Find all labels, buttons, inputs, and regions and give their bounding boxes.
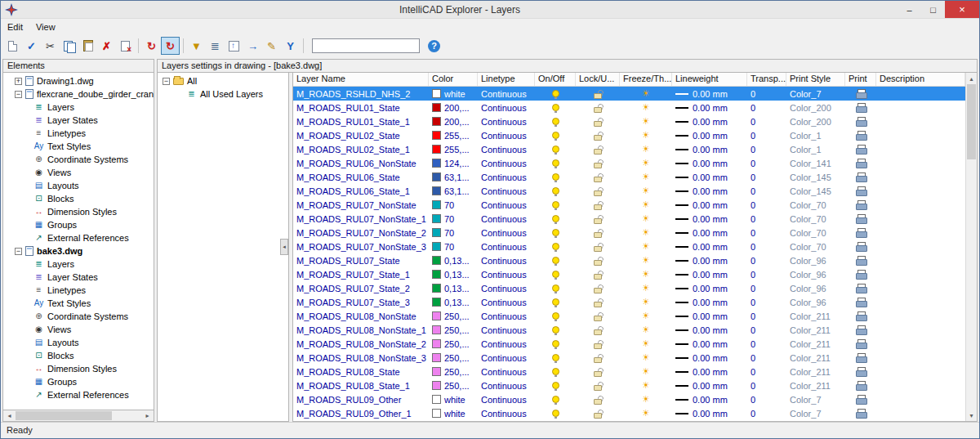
sun-thaw-icon[interactable]: ☀: [642, 339, 650, 348]
print-cell[interactable]: [845, 281, 876, 295]
tree-node-dimension-styles[interactable]: ↔Dimension Styles: [3, 205, 154, 218]
collapse-box-icon[interactable]: −: [15, 91, 22, 98]
description-cell[interactable]: [876, 170, 965, 184]
transparency-cell[interactable]: 0: [747, 392, 786, 406]
on-off-cell[interactable]: [535, 198, 576, 212]
transparency-cell[interactable]: 0: [747, 365, 786, 379]
transparency-cell[interactable]: 0: [747, 240, 786, 253]
table-row[interactable]: M_ROADS_RUL08_NonState_3250,...Continuou…: [293, 351, 965, 365]
lock-unlock-cell[interactable]: [576, 226, 620, 240]
lock-open-icon[interactable]: [594, 413, 602, 419]
printer-icon[interactable]: [856, 172, 866, 181]
print-style-cell[interactable]: Color_200: [786, 114, 845, 128]
table-row[interactable]: M_ROADS_RUL07_State0,13...Continuous☀0.0…: [293, 253, 965, 267]
table-row[interactable]: M_ROADS_RUL09_OtherwhiteContinuous☀0.00 …: [293, 392, 965, 406]
linetype-cell[interactable]: Continuous: [478, 170, 535, 184]
printer-icon[interactable]: [856, 270, 866, 279]
lock-unlock-cell[interactable]: [576, 365, 620, 379]
table-row[interactable]: M_ROADS_RUL07_State_20,13...Continuous☀0…: [293, 281, 965, 295]
table-row[interactable]: M_ROADS_RUL08_NonState_1250,...Continuou…: [293, 323, 965, 337]
printer-icon[interactable]: [856, 214, 866, 223]
print-cell[interactable]: [845, 170, 876, 184]
layer-color-cell[interactable]: 124,...: [429, 156, 478, 170]
printer-icon[interactable]: [856, 325, 866, 334]
transparency-cell[interactable]: 0: [747, 170, 786, 184]
lock-open-icon[interactable]: [594, 274, 602, 280]
layer-color-cell[interactable]: white: [429, 87, 478, 101]
table-row[interactable]: M_ROADS_RUL07_State_10,13...Continuous☀0…: [293, 267, 965, 281]
sun-thaw-icon[interactable]: ☀: [642, 131, 650, 140]
description-cell[interactable]: [876, 142, 965, 156]
printer-icon[interactable]: [856, 159, 866, 168]
printer-icon[interactable]: [856, 353, 866, 362]
print-cell[interactable]: [845, 198, 876, 212]
freeze-thaw-cell[interactable]: ☀: [620, 212, 672, 226]
print-style-cell[interactable]: Color_211: [786, 323, 845, 337]
tree-node-views[interactable]: ◉Views: [3, 166, 154, 179]
lock-open-icon[interactable]: [594, 204, 602, 210]
lineweight-cell[interactable]: 0.00 mm: [672, 240, 747, 253]
sun-thaw-icon[interactable]: ☀: [642, 172, 650, 181]
layer-color-cell[interactable]: 63,1...: [429, 170, 478, 184]
printer-icon[interactable]: [856, 186, 866, 195]
undo-regen-button[interactable]: ↻: [142, 37, 161, 55]
bulb-on-icon[interactable]: [552, 298, 559, 306]
on-off-cell[interactable]: [535, 295, 576, 309]
bulb-on-icon[interactable]: [552, 257, 559, 264]
layer-name-cell[interactable]: M_ROADS_RUL02_State_1: [293, 142, 429, 156]
freeze-thaw-cell[interactable]: ☀: [620, 170, 672, 184]
print-cell[interactable]: [845, 240, 876, 253]
layer-name-cell[interactable]: M_ROADS_RSHLD_NHS_2: [293, 87, 429, 101]
bulb-on-icon[interactable]: [552, 159, 559, 167]
layer-name-cell[interactable]: M_ROADS_RUL01_State: [293, 101, 429, 114]
tree-node-linetypes[interactable]: ≡Linetypes: [3, 127, 154, 140]
transparency-cell[interactable]: 0: [747, 128, 786, 142]
print-cell[interactable]: [845, 128, 876, 142]
lock-open-icon[interactable]: [594, 260, 602, 266]
printer-icon[interactable]: [856, 367, 866, 376]
tree-node-layer-states[interactable]: ≣Layer States: [3, 271, 154, 284]
description-cell[interactable]: [876, 87, 965, 101]
sun-thaw-icon[interactable]: ☀: [642, 395, 650, 404]
bulb-on-icon[interactable]: [552, 146, 559, 153]
layer-color-cell[interactable]: 70: [429, 198, 478, 212]
table-row[interactable]: M_ROADS_RUL07_NonState70Continuous☀0.00 …: [293, 198, 965, 212]
cut-button[interactable]: ✂: [41, 37, 60, 55]
lock-unlock-cell[interactable]: [576, 392, 620, 406]
column-header-linetype[interactable]: Linetype: [478, 73, 535, 86]
description-cell[interactable]: [876, 240, 965, 253]
layer-color-cell[interactable]: 70: [429, 240, 478, 253]
freeze-thaw-cell[interactable]: ☀: [620, 156, 672, 170]
lineweight-cell[interactable]: 0.00 mm: [672, 351, 747, 365]
layer-states-manager-button[interactable]: ≣: [206, 37, 225, 55]
description-cell[interactable]: [876, 323, 965, 337]
table-row[interactable]: M_ROADS_RSHLD_NHS_2whiteContinuous☀0.00 …: [293, 87, 965, 101]
lineweight-cell[interactable]: 0.00 mm: [672, 365, 747, 379]
on-off-cell[interactable]: [535, 184, 576, 198]
on-off-cell[interactable]: [535, 212, 576, 226]
bulb-on-icon[interactable]: [552, 173, 559, 181]
scroll-left-icon[interactable]: ◂: [3, 410, 16, 421]
elements-horizontal-scrollbar[interactable]: ◂ ▸: [2, 410, 154, 422]
tree-node-groups[interactable]: ▦Groups: [3, 375, 154, 388]
tree-node-drawing[interactable]: +Drawing1.dwg: [3, 74, 154, 87]
linetype-cell[interactable]: Continuous: [478, 281, 535, 295]
lineweight-cell[interactable]: 0.00 mm: [672, 267, 747, 281]
on-off-cell[interactable]: [535, 267, 576, 281]
sun-thaw-icon[interactable]: ☀: [642, 228, 650, 237]
printer-icon[interactable]: [856, 145, 866, 154]
sun-thaw-icon[interactable]: ☀: [642, 186, 650, 195]
linetype-cell[interactable]: Continuous: [478, 142, 535, 156]
bulb-on-icon[interactable]: [552, 229, 559, 236]
scroll-down-icon[interactable]: ▾: [966, 410, 977, 421]
freeze-thaw-cell[interactable]: ☀: [620, 87, 672, 101]
sun-thaw-icon[interactable]: ☀: [642, 409, 650, 418]
layer-color-cell[interactable]: 255,...: [429, 128, 478, 142]
print-style-cell[interactable]: Color_1: [786, 128, 845, 142]
on-off-cell[interactable]: [535, 226, 576, 240]
tree-node-layers[interactable]: ≣Layers: [3, 258, 154, 271]
printer-icon[interactable]: [856, 284, 866, 293]
description-cell[interactable]: [876, 379, 965, 392]
layer-color-cell[interactable]: 250,...: [429, 337, 478, 351]
print-style-cell[interactable]: Color_96: [786, 267, 845, 281]
